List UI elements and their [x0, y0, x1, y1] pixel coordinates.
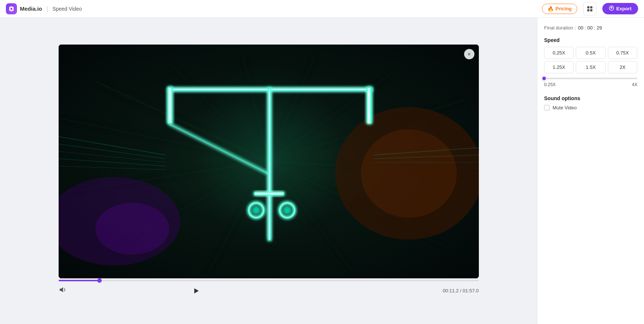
grid-icon [587, 6, 593, 12]
right-panel: Final duration : 00 : 00 : 29 Speed 0.25… [537, 18, 644, 324]
speed-grid: 0.25X 0.5X 0.75X 1.25X 1.5X 2X [544, 47, 637, 73]
final-duration-label: Final duration : [544, 25, 576, 31]
main-content: × 00:11.2 / [0, 18, 644, 324]
progress-thumb [97, 278, 102, 283]
mute-video-checkbox[interactable] [544, 105, 550, 110]
speed-title: Speed [544, 37, 637, 43]
speed-btn-125x[interactable]: 1.25X [544, 61, 574, 73]
pricing-button[interactable]: 🔥 Pricing [542, 4, 577, 14]
speed-btn-075x[interactable]: 0.75X [608, 47, 637, 59]
svg-rect-4 [590, 9, 592, 11]
svg-rect-31 [368, 88, 370, 123]
controls-bar: 00:11.2 / 01:57.0 [59, 280, 479, 297]
speed-slider-track[interactable] [544, 78, 637, 79]
header-separator: | [46, 6, 48, 12]
fire-icon: 🔥 [547, 6, 554, 12]
play-button[interactable] [189, 284, 202, 297]
header: Media.io | Speed Video 🔥 Pricing Export [0, 0, 644, 18]
mute-video-label: Mute Video [553, 105, 577, 110]
svg-rect-2 [590, 6, 592, 8]
controls-row: 00:11.2 / 01:57.0 [59, 284, 479, 297]
final-duration-row: Final duration : 00 : 00 : 29 [544, 25, 637, 31]
svg-point-0 [11, 8, 13, 10]
neon-art-svg [59, 45, 479, 278]
export-button[interactable]: Export [602, 3, 638, 14]
speed-btn-15x[interactable]: 1.5X [576, 61, 605, 73]
svg-point-42 [195, 63, 342, 247]
time-display: 00:11.2 / 01:57.0 [443, 288, 479, 293]
svg-point-21 [361, 129, 457, 218]
video-area: × 00:11.2 / [0, 18, 537, 324]
app-logo [6, 3, 17, 14]
svg-rect-1 [587, 6, 589, 8]
mute-video-row: Mute Video [544, 105, 637, 110]
svg-point-52 [95, 203, 169, 254]
video-container: × [59, 45, 479, 278]
svg-rect-3 [587, 9, 589, 11]
speed-max-label: 4X [632, 82, 637, 87]
close-video-button[interactable]: × [464, 49, 474, 59]
speed-btn-025x[interactable]: 0.25X [544, 47, 574, 59]
speed-min-label: 0.25X [544, 82, 556, 87]
export-label: Export [616, 6, 631, 11]
svg-rect-29 [168, 88, 171, 123]
app-name: Media.io [20, 6, 42, 12]
page-title: Speed Video [52, 6, 82, 12]
speed-range-row: 0.25X 4X [544, 82, 637, 87]
progress-bar[interactable] [59, 280, 479, 281]
sound-options-title: Sound options [544, 95, 637, 101]
final-duration-value: 00 : 00 : 29 [578, 25, 602, 31]
export-icon [609, 6, 614, 12]
volume-icon[interactable] [59, 286, 67, 296]
speed-slider-container: 0.25X 4X [544, 78, 637, 87]
video-frame [59, 45, 479, 278]
speed-btn-2x[interactable]: 2X [608, 61, 637, 73]
progress-fill [59, 280, 100, 281]
close-icon: × [467, 51, 470, 57]
pricing-label: Pricing [556, 6, 572, 11]
speed-btn-05x[interactable]: 0.5X [576, 47, 605, 59]
speed-slider-thumb[interactable] [542, 76, 547, 81]
speed-section: Speed 0.25X 0.5X 0.75X 1.25X 1.5X [544, 37, 637, 89]
sound-section: Sound options Mute Video [544, 95, 637, 110]
grid-icon-button[interactable] [583, 2, 596, 15]
